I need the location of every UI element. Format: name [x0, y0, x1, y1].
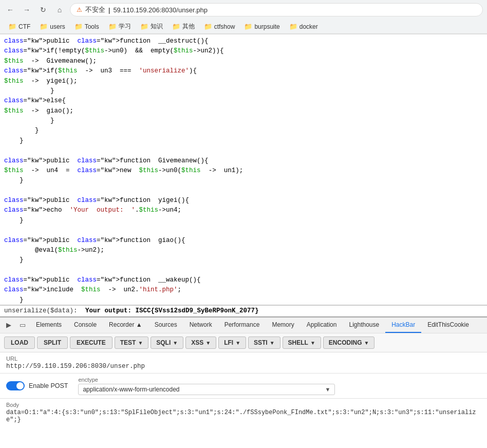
encoding-dropdown-arrow: ▼	[364, 340, 369, 346]
browser-chrome: ← → ↻ ⌂ ⚠ 不安全 | 59.110.159.206:8030/unse…	[0, 0, 487, 34]
xss-dropdown-arrow: ▼	[205, 340, 211, 346]
bookmark-label: users	[50, 23, 65, 30]
code-line: class="kw">if($this -> un3 === 'unserial…	[0, 66, 487, 76]
devtools-device-icon[interactable]: ▭	[15, 318, 30, 333]
code-line: $this -> yigei();	[0, 77, 487, 86]
toggle-knob	[16, 382, 24, 389]
ssti-dropdown-arrow: ▼	[270, 340, 275, 346]
address-separator: |	[108, 6, 110, 14]
output-value: Your output: ISCC{SVss12sdD9_SyBeRP9onK_…	[85, 307, 259, 314]
code-line	[0, 186, 487, 196]
bookmark-label: CTF	[18, 23, 30, 30]
devtools-tab-memory[interactable]: Memory	[266, 318, 300, 333]
devtools-tab-recorder▲[interactable]: Recorder ▲	[103, 318, 148, 333]
code-line	[0, 146, 487, 156]
code-line: @eval($this->un2);	[0, 246, 487, 255]
devtools-tab-application[interactable]: Application	[301, 318, 343, 333]
devtools-tab-elements[interactable]: Elements	[30, 318, 68, 333]
hackbar-xss-dropdown[interactable]: XSS ▼	[185, 337, 216, 349]
hackbar-ssti-dropdown[interactable]: SSTI ▼	[248, 337, 280, 349]
address-warning-text: 不安全	[85, 5, 105, 14]
nav-bar: ← → ↻ ⌂ ⚠ 不安全 | 59.110.159.206:8030/unse…	[0, 0, 487, 20]
code-line: class="kw">public class="kw">function Gi…	[0, 156, 487, 166]
devtools-tab-network[interactable]: Network	[183, 318, 218, 333]
enctype-select[interactable]: application/x-www-form-urlencoded ▼	[78, 384, 335, 395]
url-label: URL	[6, 356, 481, 362]
code-line: }	[0, 216, 487, 226]
forward-button[interactable]: →	[21, 4, 33, 16]
enctype-section: enctype application/x-www-form-urlencode…	[78, 377, 481, 395]
hackbar-url-section: URL http://59.110.159.206:8030/unser.php	[0, 352, 487, 374]
code-line: $this -> un4 = class="kw">new $this->un0…	[0, 166, 487, 176]
bookmark-item-知识[interactable]: 📁知识	[136, 21, 167, 32]
hackbar-toolbar: LOAD SPLIT EXECUTE TEST ▼ SQLI ▼ XSS ▼ L…	[0, 333, 487, 352]
address-bar[interactable]: ⚠ 不安全 | 59.110.159.206:8030/unser.php	[70, 3, 483, 16]
code-line: class="kw">public class="kw">function __…	[0, 275, 487, 285]
bookmark-label: ctfshow	[214, 23, 235, 30]
hackbar-content: URL http://59.110.159.206:8030/unser.php…	[0, 352, 487, 428]
hackbar-sqli-dropdown[interactable]: SQLI ▼	[151, 337, 183, 349]
devtools-tab-lighthouse[interactable]: Lighthouse	[343, 318, 385, 333]
code-line: class="kw">public class="kw">function yi…	[0, 196, 487, 206]
bookmark-label: docker	[299, 23, 318, 30]
code-line	[0, 266, 487, 275]
code-line: $this -> giao();	[0, 106, 487, 116]
result-section: unserialize($data): Your output: ISCC{SV…	[0, 306, 487, 316]
code-area: class="kw">public class="kw">function __…	[0, 34, 487, 306]
security-warning-icon: ⚠	[77, 6, 82, 13]
devtools-tab-performance[interactable]: Performance	[218, 318, 266, 333]
folder-icon: 📁	[140, 23, 148, 30]
hackbar-load-button[interactable]: LOAD	[4, 337, 35, 349]
code-line: $this -> Givemeanew();	[0, 57, 487, 66]
code-line: class="kw">include $this -> un2.'hint.ph…	[0, 285, 487, 295]
enctype-value: application/x-www-form-urlencoded	[83, 386, 179, 393]
hackbar-execute-button[interactable]: EXECUTE	[70, 337, 113, 349]
bookmark-label: 其他	[182, 22, 195, 31]
folder-icon: 📁	[244, 23, 252, 30]
body-value[interactable]: data=O:1:"a":4:{s:3:"un0";s:13:"SplFileO…	[6, 409, 481, 423]
code-line: }	[0, 116, 487, 126]
hackbar-lfi-dropdown[interactable]: LFI ▼	[218, 337, 246, 349]
code-line: }	[0, 176, 487, 185]
enctype-label: enctype	[78, 377, 481, 383]
code-line: class="kw">if(!empty($this->un0) && empt…	[0, 46, 487, 56]
hackbar-test-dropdown[interactable]: TEST ▼	[115, 337, 149, 349]
devtools-cursor-icon[interactable]: ▶	[2, 318, 15, 333]
code-line: }	[0, 126, 487, 136]
folder-icon: 📁	[8, 23, 16, 30]
bookmark-item-其他[interactable]: 📁其他	[168, 21, 199, 32]
devtools-tab-hackbar[interactable]: HackBar	[385, 318, 421, 333]
code-line: }	[0, 136, 487, 146]
folder-icon: 📁	[40, 23, 48, 30]
code-line: class="kw">else{	[0, 96, 487, 106]
code-line: }	[0, 295, 487, 305]
hackbar-split-button[interactable]: SPLIT	[37, 337, 68, 349]
shell-dropdown-arrow: ▼	[310, 340, 315, 346]
hackbar-shell-dropdown[interactable]: SHELL ▼	[283, 337, 321, 349]
url-value[interactable]: http://59.110.159.206:8030/unser.php	[6, 363, 481, 370]
code-line: class="kw">public class="kw">function gi…	[0, 236, 487, 246]
post-toggle-group: Enable POST	[6, 381, 68, 390]
body-label: Body	[6, 402, 481, 408]
devtools-tabs: ▶ ▭ ElementsConsoleRecorder ▲SourcesNetw…	[0, 318, 487, 333]
back-button[interactable]: ←	[4, 4, 16, 16]
enable-post-toggle[interactable]	[6, 381, 25, 390]
hackbar-encoding-dropdown[interactable]: ENCODING ▼	[323, 337, 375, 349]
bookmark-item-CTF[interactable]: 📁CTF	[4, 22, 34, 31]
code-line	[0, 226, 487, 235]
devtools-tab-console[interactable]: Console	[68, 318, 103, 333]
home-button[interactable]: ⌂	[53, 4, 66, 16]
bookmark-item-ctfshow[interactable]: 📁ctfshow	[200, 22, 239, 31]
hackbar-body-section: Body data=O:1:"a":4:{s:3:"un0";s:13:"Spl…	[0, 399, 487, 428]
bookmark-label: Tools	[85, 23, 99, 30]
devtools-tab-sources[interactable]: Sources	[148, 318, 183, 333]
bookmark-item-burpsuite[interactable]: 📁burpsuite	[240, 22, 284, 31]
lfi-dropdown-arrow: ▼	[235, 340, 240, 346]
bookmark-item-学习[interactable]: 📁学习	[104, 21, 135, 32]
reload-button[interactable]: ↻	[37, 4, 49, 16]
code-line: }	[0, 86, 487, 96]
devtools-tab-editthiscookie[interactable]: EditThisCookie	[421, 318, 475, 333]
bookmark-item-users[interactable]: 📁users	[35, 22, 69, 31]
bookmark-item-Tools[interactable]: 📁Tools	[70, 22, 103, 31]
bookmark-item-docker[interactable]: 📁docker	[285, 22, 322, 31]
